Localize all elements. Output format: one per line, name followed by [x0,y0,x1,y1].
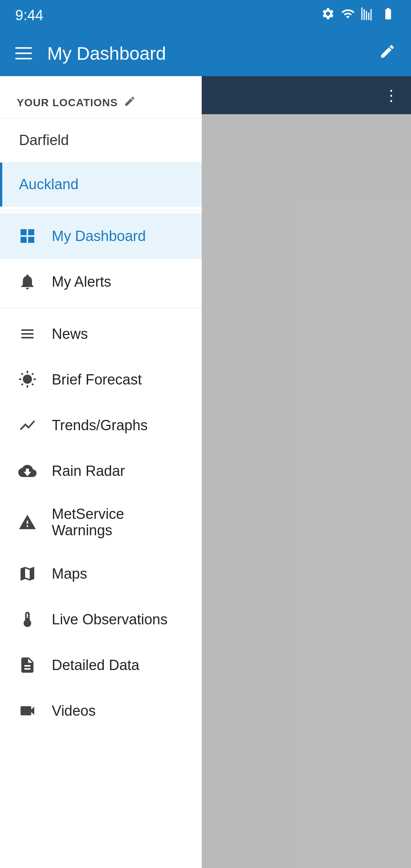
nav-item-maps[interactable]: Maps [0,551,202,597]
locations-label: YOUR LOCATIONS [17,97,118,109]
nav-divider-2 [0,308,202,308]
edit-dashboard-button[interactable] [379,43,396,64]
right-panel-header: ⋮ [202,76,411,114]
news-icon [17,323,38,345]
location-item-auckland[interactable]: Auckland [0,163,202,207]
warnings-icon [17,512,38,533]
maps-icon [17,563,38,584]
nav-label-live-observations: Live Observations [52,611,167,628]
nav-item-videos[interactable]: Videos [0,688,202,734]
nav-item-brief-forecast[interactable]: Brief Forecast [0,357,202,402]
nav-label-warnings: MetService Warnings [52,506,185,539]
right-panel-overlay: ⋮ [202,76,411,868]
main-container: ⋮ YOUR LOCATIONS Darfield Auckland [0,76,411,868]
nav-label-alerts: My Alerts [52,274,111,290]
brief-forecast-icon [17,369,38,390]
nav-label-videos: Videos [52,703,96,719]
trends-icon [17,415,38,436]
nav-divider-1 [0,210,202,210]
nav-item-trends[interactable]: Trends/Graphs [0,402,202,448]
locations-header: YOUR LOCATIONS [0,76,202,118]
nav-item-warnings[interactable]: MetService Warnings [0,494,202,551]
settings-icon [321,7,335,24]
location-item-darfield[interactable]: Darfield [0,118,202,163]
dashboard-icon [17,225,38,247]
nav-label-maps: Maps [52,566,87,582]
hamburger-menu-button[interactable] [15,47,32,59]
nav-item-rain-radar[interactable]: Rain Radar [0,448,202,494]
wifi-icon [341,7,355,24]
nav-item-live-observations[interactable]: Live Observations [0,597,202,642]
videos-icon [17,700,38,721]
nav-label-brief-forecast: Brief Forecast [52,372,142,388]
battery-icon [381,7,396,24]
status-icons [321,7,396,24]
nav-label-news: News [52,326,88,342]
more-options-button[interactable]: ⋮ [384,86,400,104]
edit-locations-icon[interactable] [124,95,136,110]
nav-label-rain-radar: Rain Radar [52,463,125,479]
alerts-icon [17,271,38,292]
nav-label-detailed-data: Detailed Data [52,657,139,673]
navigation-drawer: YOUR LOCATIONS Darfield Auckland My Dash… [0,76,202,868]
live-observations-icon [17,609,38,630]
status-bar: 9:44 [0,0,411,30]
status-time: 9:44 [15,7,43,24]
nav-item-news[interactable]: News [0,311,202,357]
rain-radar-icon [17,460,38,482]
nav-label-trends: Trends/Graphs [52,417,148,434]
nav-item-alerts[interactable]: My Alerts [0,259,202,305]
nav-item-dashboard[interactable]: My Dashboard [0,213,202,259]
app-title: My Dashboard [32,43,379,64]
signal-icon [361,7,374,24]
nav-item-detailed-data[interactable]: Detailed Data [0,642,202,688]
nav-label-dashboard: My Dashboard [52,228,146,244]
app-bar: My Dashboard [0,30,411,76]
detailed-data-icon [17,654,38,676]
